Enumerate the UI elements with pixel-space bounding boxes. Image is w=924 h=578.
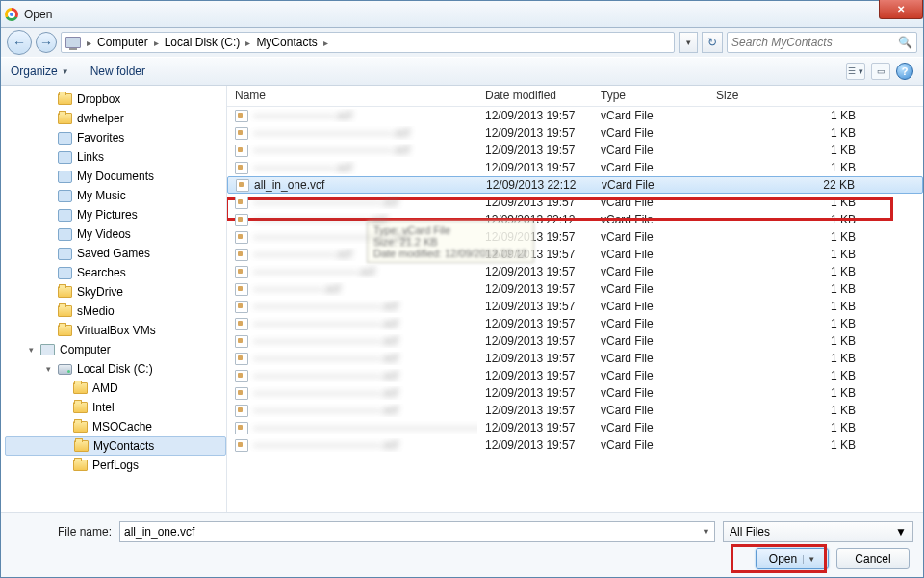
search-input[interactable] [732,36,898,49]
nav-item-label: Saved Games [77,247,150,260]
file-row[interactable]: ———————————.vcf12/09/2013 19:57vCard Fil… [227,298,923,315]
file-size: 1 KB [708,421,923,434]
breadcrumb[interactable]: ▸ Computer ▸ Local Disk (C:) ▸ MyContact… [61,32,675,53]
file-name: ———————————.vcf [253,404,398,417]
forward-button[interactable]: → [36,32,57,53]
toolbar: Organize ▼ New folder ☰ ▾ ▭ ? [1,57,923,86]
nav-item[interactable]: AMD [5,379,226,398]
nav-item[interactable]: PerfLogs [5,456,226,475]
file-name: ———————————.vcf [253,386,398,400]
file-row[interactable]: ———————————.vcf12/09/2013 19:57vCard Fil… [227,332,923,350]
nav-item[interactable]: My Documents [5,167,226,186]
open-button[interactable]: Open ▼ [756,548,829,569]
file-row[interactable]: ——————.vcf12/09/2013 19:57vCard File1 KB [227,280,923,298]
new-folder-button[interactable]: New folder [90,65,145,78]
file-row[interactable]: ———————————.vcf12/09/2013 19:57vCard Fil… [227,315,923,332]
column-name[interactable]: Name [227,86,477,106]
crumb-drive[interactable]: Local Disk (C:) [165,36,241,49]
file-date: 12/09/2013 19:57 [477,421,593,434]
nav-item[interactable]: ▾Local Disk (C:) [5,359,226,379]
cancel-button[interactable]: Cancel [836,548,910,569]
folder-icon [73,402,88,413]
file-type-filter[interactable]: All Files ▼ [723,521,913,542]
chevron-down-icon[interactable]: ▼ [702,527,710,537]
nav-item[interactable]: Searches [5,263,226,282]
expander-icon[interactable]: ▾ [26,345,36,355]
file-row[interactable]: ———————————.vcf12/09/2013 19:57vCard Fil… [227,436,923,454]
nav-item[interactable]: ▾Computer [5,340,226,359]
column-date[interactable]: Date modified [477,86,593,106]
file-row[interactable]: ———————.vcf12/09/2013 19:57vCard File1 K… [227,159,923,176]
file-row[interactable]: ———————.vcf12/09/2013 19:57vCard File1 K… [227,107,923,124]
file-row[interactable]: ———————————.vcf12/09/2013 19:57vCard Fil… [227,194,923,211]
crumb-computer[interactable]: Computer [97,36,148,49]
help-button[interactable]: ? [896,63,913,80]
filename-input[interactable]: all_in_one.vcf ▼ [119,521,715,542]
file-row[interactable]: all_in_one.vcf12/09/2013 22:12vCard File… [227,176,923,194]
view-options-button[interactable]: ☰ ▾ [846,63,865,80]
search-box[interactable]: 🔍 [727,32,917,53]
file-type: vCard File [593,265,708,278]
vcard-icon [235,110,248,122]
file-size: 1 KB [708,317,923,330]
vcard-icon [235,162,248,174]
file-type: vCard File [593,248,708,261]
nav-item[interactable]: MyContacts [5,436,226,456]
back-button[interactable]: ← [7,30,32,55]
spec-icon [58,267,72,279]
file-row[interactable]: ————————————————————.vcf12/09/2013 19:57… [227,419,923,436]
nav-item[interactable]: Links [5,147,226,167]
close-button[interactable] [879,0,923,19]
nav-item[interactable]: My Videos [5,224,226,244]
nav-item-label: SkyDrive [77,285,123,299]
file-row[interactable]: ———————————.vcf12/09/2013 19:57vCard Fil… [227,367,923,384]
nav-item[interactable]: VirtualBox VMs [5,321,226,340]
expander-icon[interactable]: ▾ [43,364,53,374]
file-row[interactable]: ———————————.vcf12/09/2013 19:57vCard Fil… [227,402,923,419]
nav-item[interactable]: dwhelper [5,109,226,128]
nav-item[interactable]: SkyDrive [5,282,226,302]
file-row[interactable]: ———————.vcf12/09/2013 19:57vCard File1 K… [227,246,923,263]
file-type: vCard File [593,317,708,330]
file-date: 12/09/2013 19:57 [477,196,593,209]
open-dropdown[interactable]: ▼ [803,555,815,564]
file-date: 12/09/2013 19:57 [477,265,593,278]
chevron-down-icon: ▼ [62,67,69,76]
navigation-pane[interactable]: DropboxdwhelperFavoritesLinksMy Document… [1,86,227,512]
file-row[interactable]: ————————————.vcf12/09/2013 19:57vCard Fi… [227,228,923,246]
nav-item[interactable]: Intel [5,398,226,417]
nav-item[interactable]: sMedio [5,302,226,321]
nav-item[interactable]: MSOCache [5,417,226,436]
file-row[interactable]: ———————————.vcf12/09/2013 19:57vCard Fil… [227,384,923,402]
file-row[interactable]: ———————————.vcf12/09/2013 19:57vCard Fil… [227,350,923,367]
file-type: vCard File [593,196,708,209]
file-size: 1 KB [708,386,923,400]
column-type[interactable]: Type [593,86,708,106]
preview-pane-button[interactable]: ▭ [871,63,890,80]
file-date: 12/09/2013 19:57 [477,404,593,417]
nav-item[interactable]: My Music [5,186,226,205]
nav-item-label: Favorites [77,131,124,144]
file-type: vCard File [593,421,708,434]
nav-item[interactable]: Saved Games [5,244,226,263]
file-row[interactable]: ————————————.vcf12/09/2013 19:57vCard Fi… [227,124,923,142]
nav-item[interactable]: Favorites [5,128,226,147]
drive-icon [58,364,72,375]
filename-label: File name: [11,525,112,539]
file-list[interactable]: Type: vCard File Size: 21.2 KB Date modi… [227,107,923,512]
file-row[interactable]: —————————.vcf12/09/2013 19:57vCard File1… [227,263,923,280]
column-size[interactable]: Size [708,86,908,106]
file-row[interactable]: ——————————.vcf12/09/2013 22:12vCard File… [227,211,923,228]
crumb-folder[interactable]: MyContacts [256,36,317,49]
vcard-icon [235,127,248,140]
file-type: vCard File [593,334,708,348]
nav-item[interactable]: Dropbox [5,90,226,109]
refresh-button[interactable]: ↻ [702,32,723,53]
spec-icon [58,209,72,222]
file-name: ———————.vcf [253,248,352,261]
vcard-icon [236,179,249,192]
organize-button[interactable]: Organize ▼ [11,65,69,78]
nav-item[interactable]: My Pictures [5,205,226,224]
address-dropdown[interactable]: ▾ [679,32,698,53]
file-row[interactable]: ————————————.vcf12/09/2013 19:57vCard Fi… [227,142,923,159]
